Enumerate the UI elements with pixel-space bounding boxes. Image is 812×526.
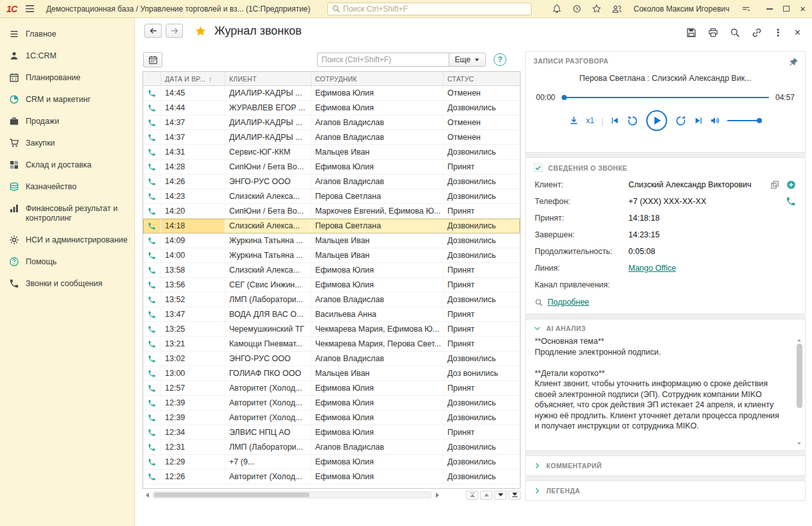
- more-actions-icon[interactable]: ⋮: [773, 27, 783, 38]
- table-row[interactable]: 14:23 Слизский Алекса... Перова Светлана…: [143, 189, 520, 204]
- table-row[interactable]: 13:47 ВОДА ДЛЯ ВАС О... Васильева Анна П…: [143, 307, 520, 322]
- table-row[interactable]: 12:31 ЛМП (Лаборатори... Агапов Владисла…: [143, 440, 520, 455]
- comment-section-header[interactable]: КОММЕНТАРИЙ: [525, 455, 806, 476]
- line-link[interactable]: Mango Office: [628, 264, 764, 273]
- print-icon[interactable]: [708, 28, 718, 38]
- history-icon[interactable]: [572, 4, 582, 13]
- progress-knob[interactable]: [562, 95, 567, 100]
- current-user[interactable]: Соколов Максим Игоревич: [634, 4, 729, 13]
- scrollbar-track[interactable]: [153, 491, 431, 498]
- window-minimize-button[interactable]: [766, 8, 773, 10]
- table-row[interactable]: 14:18 Слизский Алекса... Перова Светлана…: [143, 219, 520, 233]
- table-row[interactable]: 14:09 Журкина Татьяна ... Мальцев Иван Д…: [143, 233, 520, 248]
- table-row[interactable]: 12:39 Авторитет (Холод... Ефимова Юлия Д…: [143, 411, 520, 425]
- sidebar-item[interactable]: Планирование: [0, 67, 134, 89]
- page-down-button[interactable]: [494, 491, 506, 500]
- volume-icon[interactable]: [710, 115, 720, 126]
- scroll-right-icon[interactable]: [433, 491, 442, 499]
- get-link-icon[interactable]: [752, 28, 762, 38]
- table-row[interactable]: 14:26 ЭНГО-РУС ООО Агапов Владислав Дозв…: [143, 174, 520, 189]
- search-document-icon[interactable]: [730, 28, 740, 38]
- global-search-input[interactable]: [343, 4, 527, 13]
- go-to-top-button[interactable]: [466, 491, 478, 500]
- sidebar-item[interactable]: Звонки и сообщения: [0, 273, 134, 294]
- playback-speed-button[interactable]: x1: [586, 116, 594, 125]
- go-to-bottom-button[interactable]: [508, 491, 521, 500]
- table-row[interactable]: 14:00 Журкина Татьяна ... Мальцев Иван Д…: [143, 248, 520, 263]
- ai-section-header[interactable]: AI АНАЛИЗ: [526, 319, 805, 335]
- open-client-icon[interactable]: [770, 180, 779, 189]
- sidebar-item[interactable]: Помощь: [0, 251, 134, 273]
- skip-to-start-icon[interactable]: [610, 116, 619, 125]
- close-form-icon[interactable]: ×: [795, 28, 800, 38]
- details-link[interactable]: Подробнее: [548, 298, 589, 307]
- pin-icon[interactable]: [789, 57, 799, 67]
- play-button[interactable]: [646, 110, 668, 132]
- skip-to-end-icon[interactable]: [694, 116, 703, 125]
- table-row[interactable]: 13:56 СЕГ (Свис Инжин... Ефимова Юлия Пр…: [143, 278, 520, 293]
- volume-knob[interactable]: [757, 118, 762, 123]
- favorites-star-icon[interactable]: [592, 4, 601, 13]
- sidebar-item[interactable]: НСИ и администрирование: [0, 229, 134, 251]
- client-value[interactable]: Слизский Александр Викторович: [628, 180, 764, 189]
- discussions-users-icon[interactable]: [612, 4, 622, 14]
- volume-slider[interactable]: [727, 117, 762, 124]
- set-period-button[interactable]: [143, 52, 162, 67]
- sidebar-item[interactable]: CRM и маркетинг: [0, 89, 134, 110]
- fast-forward-icon[interactable]: [675, 115, 687, 127]
- table-row[interactable]: 14:45 ДИАЛИР-КАДРЫ ... Ефимова Юлия Отме…: [143, 86, 520, 101]
- table-row[interactable]: 12:57 Авторитет (Холод... Ефимова Юлия П…: [143, 381, 520, 396]
- table-row[interactable]: 13:21 Камоцци Пневмат... Чекмарева Мария…: [143, 337, 520, 352]
- table-row[interactable]: 14:20 СипЮни / Бета Во... Маркочев Евген…: [143, 204, 520, 219]
- list-search-input[interactable]: [322, 55, 447, 64]
- main-menu-icon[interactable]: [25, 4, 35, 13]
- table-row[interactable]: 14:37 ДИАЛИР-КАДРЫ ... Агапов Владислав …: [143, 115, 520, 130]
- window-maximize-button[interactable]: [783, 6, 790, 12]
- notifications-bell-icon[interactable]: [552, 4, 562, 13]
- progress-slider[interactable]: [562, 94, 769, 101]
- column-employee[interactable]: СОТРУДНИК: [311, 72, 444, 85]
- column-datetime[interactable]: ДАТА И ВР... ↑: [161, 72, 225, 85]
- save-icon[interactable]: [686, 28, 696, 38]
- forward-button[interactable]: [166, 24, 183, 38]
- back-button[interactable]: [144, 24, 162, 38]
- column-client[interactable]: КЛИЕНТ: [225, 72, 311, 85]
- table-row[interactable]: 12:29 +7 (9... Ефимова Юлия Дозвонились: [143, 455, 520, 470]
- sidebar-item[interactable]: Закупки: [0, 132, 134, 154]
- page-up-button[interactable]: [480, 491, 492, 500]
- service-menu-icon[interactable]: [741, 4, 751, 13]
- table-row[interactable]: 13:00 ГОЛИАФ ПКО ООО Мальцев Иван Доз во…: [143, 366, 520, 381]
- sidebar-item[interactable]: Главное: [0, 23, 134, 45]
- sidebar-item[interactable]: Склад и доставка: [0, 154, 134, 176]
- table-row[interactable]: 12:39 Авторитет (Холод... Ефимова Юлия Д…: [143, 396, 520, 411]
- favorite-star-icon[interactable]: [194, 25, 207, 37]
- rewind-icon[interactable]: [626, 115, 639, 127]
- table-row[interactable]: 12:26 Авторитет (Холод... Ефимова Юлия Д…: [143, 470, 520, 484]
- table-row[interactable]: 13:02 ЭНГО-РУС ООО Агапов Владислав Дозв…: [143, 352, 520, 366]
- table-row[interactable]: 13:58 Слизский Алекса... Ефимова Юлия Пр…: [143, 263, 520, 278]
- window-close-button[interactable]: ×: [800, 4, 806, 13]
- scrollbar-thumb[interactable]: [154, 493, 309, 497]
- sidebar-item[interactable]: Казначейство: [0, 176, 134, 198]
- download-icon[interactable]: [569, 115, 579, 126]
- table-row[interactable]: 14:28 СипЮни / Бета Во... Ефимова Юлия П…: [143, 160, 520, 174]
- sidebar-item[interactable]: Продажи: [0, 110, 134, 132]
- table-row[interactable]: 14:44 ЖУРАВЛЕВ ЕГОР ... Ефимова Юлия Доз…: [143, 101, 520, 115]
- scroll-down-icon[interactable]: [797, 443, 801, 445]
- ai-scrollbar-thumb[interactable]: [797, 344, 802, 408]
- sidebar-item[interactable]: 1С:CRM: [0, 45, 134, 67]
- checkbox-collapse-icon[interactable]: [533, 163, 543, 173]
- legend-section-header[interactable]: ЛЕГЕНДА: [525, 480, 806, 501]
- add-client-icon[interactable]: [786, 180, 796, 190]
- table-row[interactable]: 14:31 Сервис-ЮГ-ККМ Мальцев Иван Дозвони…: [143, 145, 520, 160]
- table-row[interactable]: 12:34 ЭЛВИС НПЦ АО Ефимова Юлия Принят: [143, 425, 520, 440]
- table-row[interactable]: 13:52 ЛМП (Лаборатори... Агапов Владисла…: [143, 293, 520, 307]
- more-button[interactable]: Еще: [449, 53, 486, 67]
- sidebar-item[interactable]: Финансовый результат и контроллинг: [0, 198, 134, 229]
- dial-phone-icon[interactable]: [786, 196, 796, 207]
- table-row[interactable]: 13:25 Черемушкинский ТГ Чекмарева Мария,…: [143, 322, 520, 337]
- scroll-up-icon[interactable]: [797, 339, 801, 342]
- scroll-left-icon[interactable]: [143, 491, 151, 499]
- help-button[interactable]: ?: [494, 53, 506, 66]
- column-icon[interactable]: [143, 72, 161, 85]
